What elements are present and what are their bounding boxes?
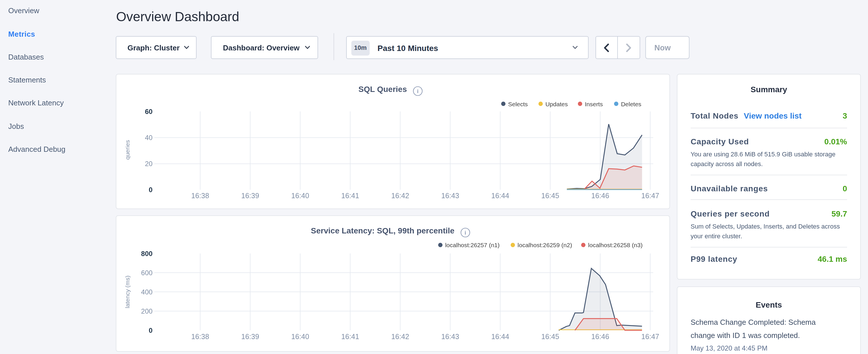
svg-text:16:38: 16:38	[191, 192, 209, 200]
svg-text:queries: queries	[124, 140, 131, 160]
svg-text:16:45: 16:45	[541, 332, 559, 341]
svg-text:0: 0	[149, 326, 152, 334]
svg-text:16:42: 16:42	[391, 192, 409, 200]
svg-text:16:45: 16:45	[541, 192, 559, 200]
svg-text:16:46: 16:46	[591, 332, 609, 341]
svg-text:16:39: 16:39	[241, 332, 259, 341]
svg-text:localhost:26257 (n1): localhost:26257 (n1)	[445, 242, 499, 249]
svg-text:60: 60	[145, 107, 152, 115]
svg-text:16:47: 16:47	[641, 332, 659, 341]
svg-text:16:42: 16:42	[391, 332, 409, 341]
svg-text:i: i	[417, 88, 418, 94]
svg-text:16:44: 16:44	[491, 192, 509, 200]
svg-text:16:43: 16:43	[441, 332, 459, 341]
svg-text:localhost:26258 (n3): localhost:26258 (n3)	[588, 242, 643, 249]
svg-text:16:38: 16:38	[191, 332, 209, 341]
svg-text:Service Latency: SQL, 99th per: Service Latency: SQL, 99th percentile	[311, 227, 454, 235]
svg-text:localhost:26259 (n2): localhost:26259 (n2)	[518, 242, 572, 249]
svg-text:40: 40	[145, 133, 152, 141]
svg-text:16:43: 16:43	[441, 192, 459, 200]
svg-text:20: 20	[145, 160, 152, 167]
svg-text:Inserts: Inserts	[585, 100, 602, 107]
svg-text:0: 0	[149, 186, 152, 193]
svg-text:16:41: 16:41	[341, 192, 359, 200]
svg-text:600: 600	[141, 269, 152, 277]
svg-text:16:47: 16:47	[641, 192, 659, 200]
svg-text:200: 200	[141, 307, 152, 315]
svg-text:400: 400	[141, 288, 152, 296]
svg-text:16:40: 16:40	[291, 332, 309, 341]
svg-text:Selects: Selects	[508, 100, 528, 107]
svg-text:16:39: 16:39	[241, 192, 259, 200]
svg-text:16:40: 16:40	[291, 192, 309, 200]
svg-text:16:44: 16:44	[491, 332, 509, 341]
svg-text:SQL Queries: SQL Queries	[358, 85, 407, 94]
svg-text:i: i	[465, 230, 466, 236]
svg-text:Deletes: Deletes	[621, 100, 641, 107]
svg-text:latency (ms): latency (ms)	[124, 276, 131, 309]
svg-text:16:46: 16:46	[591, 192, 609, 200]
svg-text:Updates: Updates	[545, 100, 568, 107]
svg-text:800: 800	[141, 250, 152, 257]
svg-text:16:41: 16:41	[341, 332, 359, 341]
